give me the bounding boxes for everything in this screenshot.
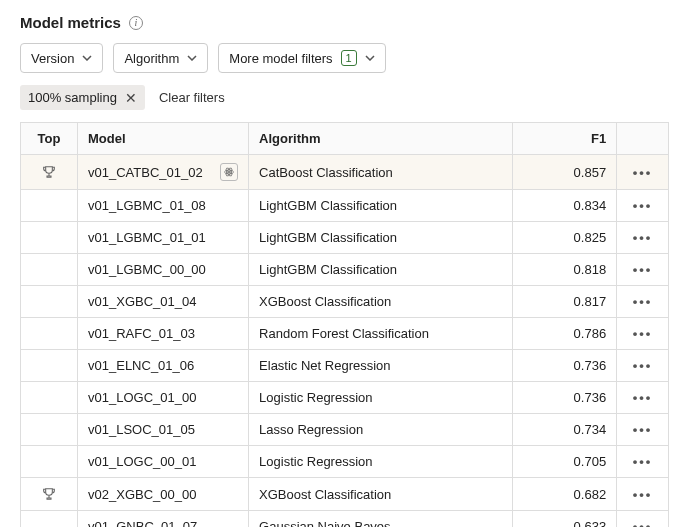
chevron-down-icon: [187, 55, 197, 61]
model-name[interactable]: v01_LGBMC_00_00: [88, 262, 206, 277]
col-header-top[interactable]: Top: [21, 123, 78, 155]
cell-top: [21, 155, 78, 190]
version-label: Version: [31, 51, 74, 66]
model-name[interactable]: v01_XGBC_01_04: [88, 294, 196, 309]
more-filters-label: More model filters: [229, 51, 332, 66]
cell-actions: •••: [617, 446, 669, 478]
model-name[interactable]: v01_ELNC_01_06: [88, 358, 194, 373]
version-dropdown[interactable]: Version: [20, 43, 103, 73]
sampling-chip-label: 100% sampling: [28, 90, 117, 105]
cell-f1: 0.825: [513, 222, 617, 254]
cell-f1: 0.682: [513, 478, 617, 511]
cell-algorithm: Random Forest Classification: [249, 318, 513, 350]
cell-f1: 0.736: [513, 350, 617, 382]
model-name[interactable]: v01_LGBMC_01_01: [88, 230, 206, 245]
more-filters-dropdown[interactable]: More model filters 1: [218, 43, 385, 73]
table-row[interactable]: v01_LGBMC_00_00LightGBM Classification0.…: [21, 254, 669, 286]
cell-algorithm: CatBoost Classification: [249, 155, 513, 190]
cell-f1: 0.736: [513, 382, 617, 414]
cell-algorithm: LightGBM Classification: [249, 254, 513, 286]
table-row[interactable]: v01_XGBC_01_04XGBoost Classification0.81…: [21, 286, 669, 318]
more-actions-icon[interactable]: •••: [633, 294, 653, 309]
table-row[interactable]: v01_LGBMC_01_01LightGBM Classification0.…: [21, 222, 669, 254]
page-title: Model metrics: [20, 14, 121, 31]
col-header-f1[interactable]: F1: [513, 123, 617, 155]
cell-algorithm: Lasso Regression: [249, 414, 513, 446]
table-row[interactable]: v01_GNBC_01_07Gaussian Naive Bayes0.633•…: [21, 511, 669, 528]
cell-algorithm: Elastic Net Regression: [249, 350, 513, 382]
cell-top: [21, 446, 78, 478]
cell-actions: •••: [617, 318, 669, 350]
table-row[interactable]: v01_LOGC_00_01Logistic Regression0.705••…: [21, 446, 669, 478]
cell-model: v01_ELNC_01_06: [78, 350, 249, 382]
cell-model: v01_XGBC_01_04: [78, 286, 249, 318]
model-name[interactable]: v01_CATBC_01_02: [88, 165, 203, 180]
cell-f1: 0.857: [513, 155, 617, 190]
model-name[interactable]: v01_LGBMC_01_08: [88, 198, 206, 213]
more-actions-icon[interactable]: •••: [633, 422, 653, 437]
more-actions-icon[interactable]: •••: [633, 519, 653, 527]
table-row[interactable]: v02_XGBC_00_00XGBoost Classification0.68…: [21, 478, 669, 511]
more-actions-icon[interactable]: •••: [633, 487, 653, 502]
cell-model: v01_LGBMC_01_08: [78, 190, 249, 222]
cell-top: [21, 318, 78, 350]
more-actions-icon[interactable]: •••: [633, 198, 653, 213]
trophy-icon: [31, 164, 67, 180]
table-row[interactable]: v01_LOGC_01_00Logistic Regression0.736••…: [21, 382, 669, 414]
cell-actions: •••: [617, 222, 669, 254]
model-name[interactable]: v01_LOGC_01_00: [88, 390, 196, 405]
cell-actions: •••: [617, 286, 669, 318]
model-name[interactable]: v01_LOGC_00_01: [88, 454, 196, 469]
cell-f1: 0.818: [513, 254, 617, 286]
metrics-table: Top Model Algorithm F1 v01_CATBC_01_02Ca…: [20, 122, 669, 527]
cell-actions: •••: [617, 350, 669, 382]
col-header-algo[interactable]: Algorithm: [249, 123, 513, 155]
cell-model: v01_RAFC_01_03: [78, 318, 249, 350]
info-icon[interactable]: i: [129, 16, 143, 30]
more-actions-icon[interactable]: •••: [633, 165, 653, 180]
more-actions-icon[interactable]: •••: [633, 326, 653, 341]
model-type-icon[interactable]: [220, 163, 238, 181]
model-name[interactable]: v02_XGBC_00_00: [88, 487, 196, 502]
algorithm-label: Algorithm: [124, 51, 179, 66]
cell-algorithm: Logistic Regression: [249, 446, 513, 478]
filter-bar: Version Algorithm More model filters 1: [20, 43, 669, 73]
table-row[interactable]: v01_LSOC_01_05Lasso Regression0.734•••: [21, 414, 669, 446]
algorithm-dropdown[interactable]: Algorithm: [113, 43, 208, 73]
cell-top: [21, 382, 78, 414]
trophy-icon: [31, 486, 67, 502]
cell-algorithm: LightGBM Classification: [249, 190, 513, 222]
model-name[interactable]: v01_RAFC_01_03: [88, 326, 195, 341]
more-actions-icon[interactable]: •••: [633, 262, 653, 277]
more-actions-icon[interactable]: •••: [633, 454, 653, 469]
cell-f1: 0.705: [513, 446, 617, 478]
table-row[interactable]: v01_CATBC_01_02CatBoost Classification0.…: [21, 155, 669, 190]
model-name[interactable]: v01_LSOC_01_05: [88, 422, 195, 437]
close-icon[interactable]: ✕: [125, 91, 137, 105]
col-header-model[interactable]: Model: [78, 123, 249, 155]
cell-top: [21, 511, 78, 528]
cell-model: v01_LOGC_01_00: [78, 382, 249, 414]
cell-top: [21, 254, 78, 286]
more-actions-icon[interactable]: •••: [633, 390, 653, 405]
cell-actions: •••: [617, 478, 669, 511]
model-name[interactable]: v01_GNBC_01_07: [88, 519, 197, 527]
more-actions-icon[interactable]: •••: [633, 358, 653, 373]
table-row[interactable]: v01_RAFC_01_03Random Forest Classificati…: [21, 318, 669, 350]
cell-actions: •••: [617, 414, 669, 446]
sampling-chip[interactable]: 100% sampling ✕: [20, 85, 145, 110]
filter-count-badge: 1: [341, 50, 357, 66]
more-actions-icon[interactable]: •••: [633, 230, 653, 245]
cell-top: [21, 190, 78, 222]
cell-actions: •••: [617, 254, 669, 286]
cell-actions: •••: [617, 190, 669, 222]
clear-filters-link[interactable]: Clear filters: [159, 90, 225, 105]
cell-algorithm: XGBoost Classification: [249, 478, 513, 511]
cell-f1: 0.734: [513, 414, 617, 446]
cell-model: v01_GNBC_01_07: [78, 511, 249, 528]
table-row[interactable]: v01_LGBMC_01_08LightGBM Classification0.…: [21, 190, 669, 222]
cell-actions: •••: [617, 511, 669, 528]
cell-model: v01_LGBMC_01_01: [78, 222, 249, 254]
table-row[interactable]: v01_ELNC_01_06Elastic Net Regression0.73…: [21, 350, 669, 382]
cell-f1: 0.633: [513, 511, 617, 528]
